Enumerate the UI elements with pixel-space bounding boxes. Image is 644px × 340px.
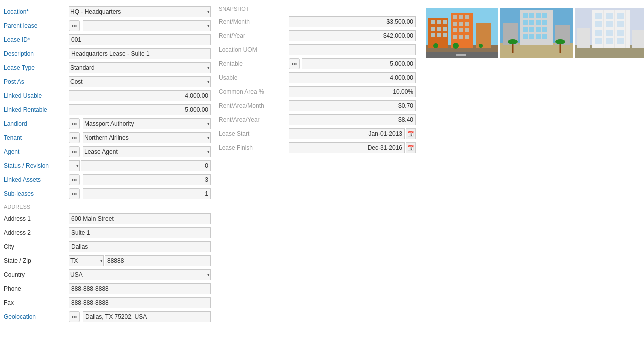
common-area-input[interactable] — [289, 86, 416, 97]
address1-input[interactable] — [69, 213, 211, 224]
property-image-1[interactable] — [426, 8, 498, 58]
snapshot-section-header: SNAPSHOT — [219, 6, 416, 12]
address1-label: Address 1 — [4, 215, 69, 222]
address2-input[interactable] — [69, 227, 211, 238]
tenant-label: Tenant — [4, 134, 69, 141]
svg-rect-65 — [617, 13, 624, 19]
svg-rect-23 — [454, 35, 458, 39]
svg-rect-21 — [460, 28, 464, 32]
fax-input[interactable] — [69, 297, 211, 308]
status-number-input[interactable] — [81, 160, 211, 171]
svg-rect-71 — [617, 30, 624, 36]
linked-rentable-label: Linked Rentable — [4, 106, 69, 113]
property-image-3[interactable] — [575, 8, 644, 58]
svg-rect-64 — [606, 13, 613, 19]
tenant-ellipsis-btn[interactable]: ••• — [69, 132, 80, 143]
parent-lease-label: Parent lease — [4, 22, 69, 29]
location-uom-input[interactable] — [289, 44, 416, 55]
svg-rect-47 — [523, 34, 528, 39]
svg-rect-14 — [454, 15, 458, 19]
landlord-row: Landlord ••• Massport Authority ▾ — [4, 118, 211, 130]
lease-start-row: Lease Start 📅 — [219, 128, 416, 140]
svg-rect-5 — [437, 20, 441, 24]
location-select[interactable]: HQ - Headquarters — [69, 6, 211, 17]
svg-rect-6 — [443, 20, 447, 24]
lease-id-row: Lease ID* — [4, 34, 211, 46]
svg-point-54 — [508, 39, 518, 44]
lease-id-label: Lease ID* — [4, 36, 69, 43]
landlord-select[interactable]: Massport Authority — [83, 118, 211, 129]
linked-assets-input[interactable] — [83, 174, 211, 185]
zip-input[interactable] — [105, 255, 211, 266]
state-select[interactable]: TX — [69, 255, 104, 266]
rent-year-input[interactable] — [289, 30, 416, 41]
svg-rect-37 — [536, 13, 541, 18]
rent-area-year-row: Rent/Area/Year — [219, 114, 416, 126]
svg-rect-70 — [606, 30, 613, 36]
rent-area-month-input[interactable] — [289, 100, 416, 111]
svg-rect-17 — [454, 22, 458, 26]
property-images-container: Office Suite Lobby Storage — [424, 6, 644, 60]
lease-type-select[interactable]: Standard — [69, 62, 211, 73]
svg-rect-4 — [431, 20, 435, 24]
rent-area-year-input[interactable] — [289, 114, 416, 125]
rentable-input[interactable] — [302, 58, 416, 69]
linked-usable-input[interactable] — [69, 90, 211, 101]
rentable-ellipsis-btn[interactable]: ••• — [289, 58, 300, 69]
state-zip-label: State / Zip — [4, 257, 69, 264]
post-as-select[interactable]: Cost — [69, 76, 211, 87]
svg-rect-9 — [443, 27, 447, 31]
svg-rect-26 — [476, 23, 491, 48]
svg-rect-19 — [466, 22, 470, 26]
svg-rect-66 — [595, 21, 602, 27]
city-input[interactable] — [69, 241, 211, 252]
post-as-row: Post As Cost ▾ — [4, 76, 211, 88]
phone-label: Phone — [4, 285, 69, 292]
lease-start-input[interactable] — [289, 128, 405, 139]
lease-type-row: Lease Type Standard ▾ — [4, 62, 211, 74]
svg-rect-69 — [595, 30, 602, 36]
agent-row: Agent ••• Lease Agent ▾ — [4, 146, 211, 158]
landlord-ellipsis-btn[interactable]: ••• — [69, 118, 80, 129]
geolocation-input[interactable] — [83, 311, 211, 322]
svg-rect-41 — [536, 20, 541, 25]
phone-input[interactable] — [69, 283, 211, 294]
lease-finish-input[interactable] — [289, 142, 405, 153]
parent-lease-row: Parent lease ••• ▾ — [4, 20, 211, 32]
state-zip-row: State / Zip TX ▾ — [4, 255, 211, 267]
lease-finish-calendar-icon[interactable]: 📅 — [406, 142, 416, 153]
agent-ellipsis-btn[interactable]: ••• — [69, 146, 80, 157]
rent-area-month-row: Rent/Area/Month — [219, 100, 416, 112]
linked-assets-ellipsis-btn[interactable]: ••• — [69, 174, 80, 185]
rent-month-input[interactable] — [289, 16, 416, 27]
usable-input[interactable] — [289, 72, 416, 83]
address-section-header: ADDRESS — [4, 204, 211, 210]
location-uom-label: Location UOM — [219, 46, 289, 53]
parent-lease-ellipsis-btn[interactable]: ••• — [69, 20, 80, 31]
country-select[interactable]: USA — [69, 269, 211, 280]
landlord-label: Landlord — [4, 120, 69, 127]
svg-rect-25 — [466, 35, 470, 39]
svg-rect-7 — [431, 27, 435, 31]
description-input[interactable] — [69, 48, 211, 59]
usable-label: Usable — [219, 74, 289, 81]
svg-point-28 — [453, 43, 459, 49]
tenant-select[interactable]: Northern Airlines — [83, 132, 211, 143]
parent-lease-select[interactable] — [83, 20, 211, 31]
property-image-2[interactable] — [500, 8, 573, 58]
linked-rentable-input[interactable] — [69, 104, 211, 115]
svg-rect-48 — [530, 34, 534, 39]
tenant-row: Tenant ••• Northern Airlines ▾ — [4, 132, 211, 144]
common-area-row: Common Area % — [219, 86, 416, 98]
sub-leases-row: Sub-leases ••• — [4, 188, 211, 200]
rent-month-row: Rent/Month — [219, 16, 416, 28]
agent-select[interactable]: Lease Agent — [83, 146, 211, 157]
status-select[interactable]: Rejected — [69, 160, 80, 171]
lease-id-input[interactable] — [69, 34, 211, 45]
sub-leases-input[interactable] — [83, 188, 211, 199]
usable-row: Usable — [219, 72, 416, 84]
lease-finish-row: Lease Finish 📅 — [219, 142, 416, 154]
geolocation-ellipsis-btn[interactable]: ••• — [69, 311, 80, 322]
lease-start-calendar-icon[interactable]: 📅 — [406, 128, 416, 139]
sub-leases-ellipsis-btn[interactable]: ••• — [69, 188, 80, 199]
